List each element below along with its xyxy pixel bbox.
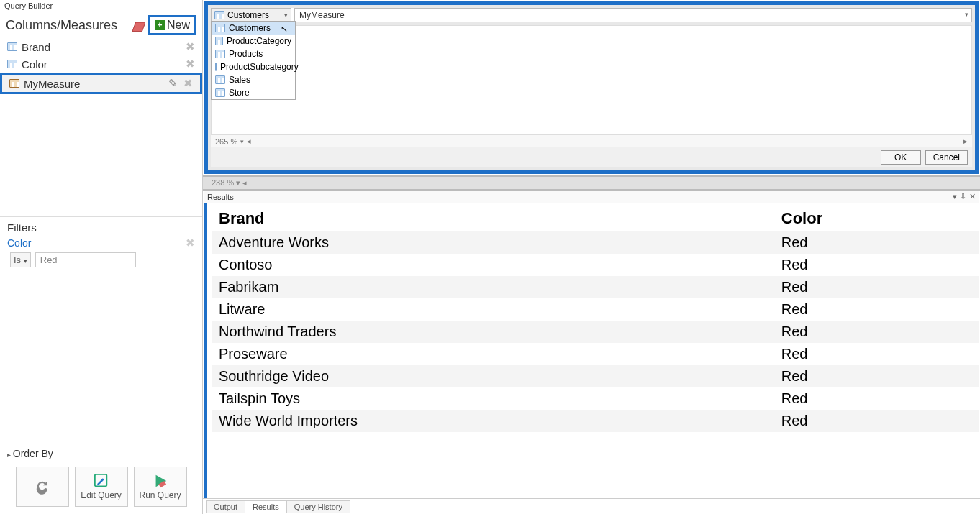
measure-label: MyMeasure [24, 78, 168, 90]
formula-input[interactable]: MyMeasure ▾ [294, 8, 972, 22]
table-row[interactable]: Southridge VideoRed [212, 365, 979, 387]
measure-icon [9, 79, 19, 88]
pin-icon[interactable]: ⇩ [960, 192, 966, 201]
table-icon [214, 11, 224, 19]
svg-rect-1 [94, 474, 106, 487]
scroll-right-icon[interactable]: ▸ [963, 137, 968, 146]
table-icon [215, 24, 225, 32]
column-label: Brand [22, 41, 183, 53]
column-item[interactable]: Brand ✖ [4, 38, 198, 55]
formula-editor: Customers ▾ MyMeasure ▾ Customers↖Produc… [204, 1, 979, 174]
chevron-down-icon: ▾ [24, 257, 27, 265]
remove-icon[interactable]: ✖ [186, 237, 195, 249]
column-header[interactable]: Color [774, 206, 979, 231]
table-row[interactable]: ContosoRed [212, 254, 979, 276]
tab-query-history[interactable]: Query History [286, 500, 350, 513]
table-cell: Red [774, 276, 979, 298]
editor-dialog-buttons: OK Cancel [211, 147, 972, 167]
cancel-button[interactable]: Cancel [925, 150, 968, 165]
remove-icon[interactable]: ✖ [186, 58, 195, 70]
column-label: Color [22, 58, 183, 70]
table-cell: Litware [212, 298, 774, 321]
table-cell: Red [774, 254, 979, 276]
zoom-level: 265 % [215, 137, 237, 146]
pencil-icon[interactable]: ✎ [168, 77, 178, 90]
action-buttons: Edit Query Run Query [0, 462, 202, 514]
table-cell: Red [774, 365, 979, 387]
filter-name[interactable]: Color [7, 237, 183, 249]
run-icon [153, 473, 168, 489]
dropdown-item[interactable]: ProductCategory [212, 35, 295, 47]
editor-body[interactable] [211, 25, 972, 134]
secondary-statusbar: 238 % ▾ ◂ [203, 175, 980, 191]
results-header: Results ▾ ⇩ ✕ [204, 191, 979, 203]
tab-results[interactable]: Results [245, 500, 287, 513]
order-by-section[interactable]: Order By [0, 442, 202, 462]
table-row[interactable]: Wide World ImportersRed [212, 410, 979, 432]
close-icon[interactable]: ✕ [969, 192, 976, 201]
edit-query-label: Edit Query [81, 490, 122, 500]
dropdown-item-label: Customers [229, 23, 271, 33]
remove-icon[interactable]: ✖ [183, 77, 193, 90]
column-header[interactable]: Brand [212, 206, 774, 231]
tab-output[interactable]: Output [206, 500, 245, 513]
filter-value-input[interactable] [35, 252, 136, 267]
eraser-icon[interactable] [132, 20, 145, 30]
results-panel: Results ▾ ⇩ ✕ BrandColor Adventure Works… [204, 191, 979, 498]
remove-icon[interactable]: ✖ [186, 40, 195, 53]
table-icon [215, 37, 223, 45]
table-icon [215, 75, 225, 84]
dropdown-item[interactable]: Sales [212, 73, 295, 86]
results-table: BrandColor Adventure WorksRedContosoRedF… [212, 206, 979, 432]
ok-button[interactable]: OK [881, 150, 921, 165]
dropdown-item[interactable]: Products [212, 47, 295, 60]
dropdown-item[interactable]: Customers↖ [212, 22, 295, 35]
editor-statusbar: 265 % ▾ ◂ ▸ [211, 134, 972, 147]
table-cell: Red [774, 343, 979, 365]
table-row[interactable]: FabrikamRed [212, 276, 979, 298]
columns-measures-header: Columns/Measures + New [0, 12, 202, 38]
zoom-level: 238 % [212, 178, 234, 187]
table-row[interactable]: ProsewareRed [212, 343, 979, 365]
table-dropdown-value: Customers [227, 10, 269, 20]
table-row[interactable]: Northwind TradersRed [212, 321, 979, 343]
table-cell: Fabrikam [212, 276, 774, 298]
columns-list: Brand ✖ Color ✖ MyMeasure ✎ ✖ [0, 38, 202, 94]
table-cell: Red [774, 410, 979, 432]
plus-icon: + [155, 20, 165, 30]
table-row[interactable]: Tailspin ToysRed [212, 387, 979, 410]
table-icon [7, 42, 17, 51]
table-cell: Wide World Importers [212, 410, 774, 432]
table-cell: Tailspin Toys [212, 387, 774, 410]
query-builder-pane: Query Builder Columns/Measures + New Bra… [0, 0, 203, 514]
table-row[interactable]: LitwareRed [212, 298, 979, 321]
table-cell: Red [774, 321, 979, 343]
filters-section: Filters Color ✖ Is ▾ [0, 216, 202, 272]
table-dropdown[interactable]: Customers ▾ [211, 8, 291, 22]
dropdown-item-label: Store [229, 88, 250, 98]
edit-query-button[interactable]: Edit Query [75, 467, 128, 507]
table-cell: Southridge Video [212, 365, 774, 387]
table-icon [215, 88, 225, 97]
chevron-down-icon[interactable]: ▾ [240, 138, 244, 145]
svg-marker-0 [132, 22, 145, 32]
refresh-button[interactable] [16, 467, 69, 507]
chevron-down-icon[interactable]: ▾ [965, 11, 968, 18]
table-row[interactable]: Adventure WorksRed [212, 231, 979, 254]
filter-operator-dropdown[interactable]: Is ▾ [10, 252, 31, 267]
table-dropdown-list: Customers↖ProductCategoryProductsProduct… [211, 21, 296, 100]
dropdown-item[interactable]: ProductSubcategory [212, 60, 295, 73]
run-query-button[interactable]: Run Query [134, 467, 187, 507]
filters-title: Filters [7, 221, 195, 234]
dropdown-item[interactable]: Store [212, 86, 295, 99]
results-body[interactable]: BrandColor Adventure WorksRedContosoRedF… [204, 203, 979, 498]
right-pane: Customers ▾ MyMeasure ▾ Customers↖Produc… [203, 0, 980, 514]
filter-row: Color ✖ [7, 237, 195, 249]
scroll-left-icon[interactable]: ◂ [247, 137, 251, 146]
table-cell: Red [774, 298, 979, 321]
measure-item[interactable]: MyMeasure ✎ ✖ [0, 73, 202, 94]
dropdown-icon[interactable]: ▾ [953, 192, 957, 201]
column-item[interactable]: Color ✖ [4, 55, 198, 73]
cursor-icon: ↖ [281, 24, 288, 34]
new-button[interactable]: + New [148, 15, 196, 35]
